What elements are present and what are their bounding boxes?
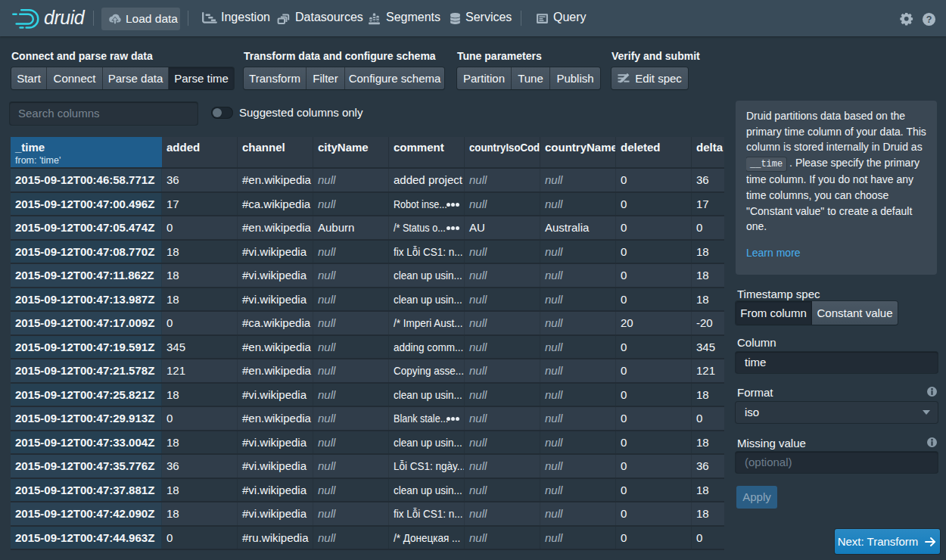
svg-text:?: ? (926, 14, 932, 25)
